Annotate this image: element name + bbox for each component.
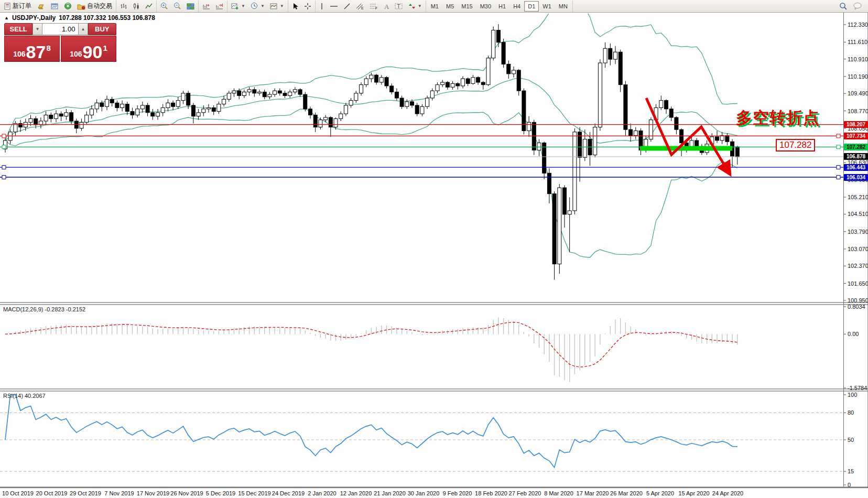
zoom-out-button[interactable] bbox=[171, 1, 184, 12]
collapse-panel-icon[interactable]: ▲ bbox=[4, 15, 9, 20]
hline-handle[interactable] bbox=[837, 145, 840, 149]
templates-button[interactable]: ▼ bbox=[267, 1, 287, 12]
timeframe-h1[interactable]: H1 bbox=[495, 1, 509, 12]
chart-canvas[interactable] bbox=[0, 13, 868, 498]
buy-quote-button[interactable]: 106 90 1 bbox=[61, 36, 116, 62]
hline-handle[interactable] bbox=[837, 176, 840, 179]
timeframe-w1[interactable]: W1 bbox=[539, 1, 555, 12]
arrows-caret: ▼ bbox=[418, 4, 422, 8]
candlestick-button[interactable] bbox=[130, 1, 143, 12]
date-label: 29 Oct 2019 bbox=[70, 490, 101, 496]
date-label: 10 Oct 2019 bbox=[2, 490, 34, 496]
data-window-button[interactable] bbox=[48, 1, 61, 12]
price-tick: 109.490 bbox=[848, 90, 868, 96]
price-tick: 110.190 bbox=[848, 73, 868, 80]
chat-button[interactable] bbox=[850, 1, 865, 12]
bar-chart-button[interactable] bbox=[117, 1, 130, 12]
chart-shift-button[interactable] bbox=[213, 1, 226, 12]
svg-text:E: E bbox=[361, 6, 364, 10]
autotrading-button[interactable]: 自动交易 bbox=[74, 1, 115, 12]
date-label: 12 Jan 2020 bbox=[340, 490, 372, 496]
tile-windows-button[interactable] bbox=[184, 1, 197, 12]
timeframe-mn[interactable]: MN bbox=[555, 1, 571, 12]
sell-button[interactable]: SELL bbox=[4, 23, 32, 35]
market-watch-button[interactable] bbox=[34, 1, 48, 12]
zoom-out-icon bbox=[173, 2, 181, 10]
rsi-tick: 15 bbox=[848, 468, 854, 474]
timeframe-m30[interactable]: M30 bbox=[476, 1, 495, 12]
price-tick: 111.610 bbox=[848, 39, 867, 45]
vertical-line-button[interactable] bbox=[317, 1, 327, 12]
buy-button[interactable]: BUY bbox=[88, 23, 116, 35]
volume-input[interactable]: 1.00 bbox=[42, 23, 79, 35]
macd-legend: MACD(12,26,9) -0.2823 -0.2152 bbox=[3, 306, 85, 312]
price-tick: 108.770 bbox=[848, 108, 868, 114]
level-price-box[interactable]: 107.282 bbox=[776, 139, 815, 151]
periods-caret: ▼ bbox=[261, 4, 265, 8]
price-tick: 100.950 bbox=[848, 297, 868, 304]
horizontal-line-button[interactable] bbox=[327, 1, 341, 12]
date-label: 26 Mar 2020 bbox=[610, 490, 643, 496]
volume-down-button[interactable]: ▼ bbox=[32, 23, 42, 35]
svg-text:A: A bbox=[384, 3, 389, 10]
new-order-icon bbox=[4, 3, 11, 10]
zoom-in-button[interactable] bbox=[158, 1, 171, 12]
date-label: 26 Nov 2019 bbox=[170, 490, 203, 496]
price-tag-red: 108.207 bbox=[844, 121, 868, 128]
chart-symbol-header: ▲ USDJPY-,Daily 107.288 107.332 106.553 … bbox=[4, 14, 155, 21]
time-axis[interactable]: 10 Oct 201920 Oct 201929 Oct 20197 Nov 2… bbox=[0, 488, 868, 498]
rsi-tick: 80 bbox=[848, 409, 854, 416]
label-icon: T bbox=[395, 3, 403, 10]
arrows-button[interactable]: ▼ bbox=[406, 1, 425, 12]
timeframe-m5[interactable]: M5 bbox=[442, 1, 458, 12]
gold-bar-icon bbox=[37, 3, 45, 10]
hline-handle[interactable] bbox=[837, 134, 840, 138]
signals-button[interactable] bbox=[61, 1, 74, 12]
macd-tick: -1.5784 bbox=[848, 385, 867, 391]
hline-handle[interactable] bbox=[2, 134, 6, 138]
price-tick: 110.910 bbox=[848, 56, 868, 62]
text-button[interactable]: A bbox=[381, 1, 392, 12]
autotrading-label: 自动交易 bbox=[87, 2, 112, 10]
price-tick: 103.790 bbox=[848, 229, 868, 235]
mt4-terminal: 新订单 自动交易 bbox=[0, 0, 868, 498]
date-label: 18 Feb 2020 bbox=[475, 490, 507, 496]
date-label: 8 Mar 2020 bbox=[544, 490, 573, 496]
periods-button[interactable]: ▼ bbox=[248, 1, 267, 12]
timeframe-m1[interactable]: M1 bbox=[427, 1, 442, 12]
cursor-button[interactable] bbox=[289, 1, 301, 12]
label-button[interactable]: T bbox=[392, 1, 406, 12]
price-axis-border bbox=[843, 13, 844, 487]
channel-button[interactable]: E bbox=[353, 1, 367, 12]
date-label: 27 Feb 2020 bbox=[509, 490, 541, 496]
date-label: 9 Feb 2020 bbox=[443, 490, 472, 496]
price-tick: 101.650 bbox=[848, 280, 868, 287]
hline-handle[interactable] bbox=[2, 166, 6, 169]
new-order-label: 新订单 bbox=[13, 2, 31, 10]
search-icon bbox=[839, 2, 848, 10]
volume-up-button[interactable]: ▲ bbox=[78, 23, 88, 35]
hline-handle[interactable] bbox=[837, 166, 840, 169]
date-label: 17 Nov 2019 bbox=[137, 490, 169, 496]
auto-scroll-button[interactable] bbox=[200, 1, 213, 12]
line-chart-button[interactable] bbox=[143, 1, 155, 12]
timeframe-d1[interactable]: D1 bbox=[524, 1, 539, 12]
crosshair-button[interactable] bbox=[301, 1, 314, 12]
timeframe-m15[interactable]: M15 bbox=[458, 1, 476, 12]
horizontal-line-icon bbox=[330, 3, 338, 10]
hline-handle[interactable] bbox=[2, 145, 6, 149]
trendline-button[interactable] bbox=[341, 1, 353, 12]
svg-text:T: T bbox=[397, 4, 400, 9]
hline-handle[interactable] bbox=[2, 176, 6, 179]
fibonacci-button[interactable]: F bbox=[367, 1, 381, 12]
indicators-button[interactable]: ▼ bbox=[229, 1, 248, 12]
timeframe-h4[interactable]: H4 bbox=[509, 1, 524, 12]
date-label: 21 Jan 2020 bbox=[374, 490, 406, 496]
support-bar-trendline[interactable] bbox=[640, 146, 732, 151]
turning-point-annotation[interactable]: 多空转折点 bbox=[736, 107, 820, 129]
clock-icon bbox=[251, 2, 258, 10]
search-button[interactable] bbox=[837, 1, 850, 12]
sell-quote-button[interactable]: 106 87 8 bbox=[4, 36, 60, 62]
main-toolbar: 新订单 自动交易 bbox=[0, 0, 868, 13]
new-order-button[interactable]: 新订单 bbox=[1, 1, 34, 12]
